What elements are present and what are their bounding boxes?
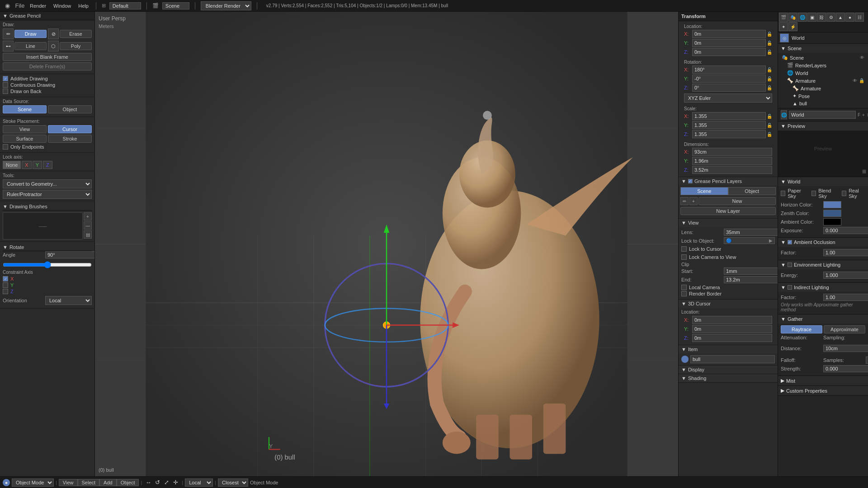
brush-edit-button[interactable]: ▤ bbox=[84, 230, 92, 239]
data-scene-button[interactable]: Scene bbox=[3, 105, 47, 113]
translate-tool-icon[interactable]: ↔ bbox=[144, 478, 153, 487]
armature-lock-icon[interactable]: 🔒 bbox=[859, 78, 864, 83]
preview-header[interactable]: ▼ Preview bbox=[778, 122, 868, 131]
object-tab[interactable]: ▣ bbox=[807, 13, 816, 22]
poly-button[interactable]: Poly bbox=[60, 42, 92, 50]
axis-z-button[interactable]: Z bbox=[43, 161, 52, 169]
draw-on-back-checkbox[interactable] bbox=[3, 89, 8, 94]
ao-checkbox[interactable]: ✓ bbox=[788, 240, 792, 244]
scale-z-input[interactable] bbox=[692, 130, 766, 138]
rotate-header[interactable]: ▼ Rotate bbox=[3, 244, 92, 251]
rot-z-lock-icon[interactable]: 🔓 bbox=[767, 85, 772, 90]
world-f-icon[interactable]: F bbox=[858, 113, 860, 117]
physics-tab[interactable]: ⚡ bbox=[788, 22, 797, 31]
placement-surface-button[interactable]: Surface bbox=[3, 135, 47, 143]
armature-vis-icon[interactable]: 👁 bbox=[853, 78, 857, 83]
ao-header[interactable]: ▼ ✓ Ambient Occlusion bbox=[778, 238, 868, 247]
render-menu[interactable]: Render bbox=[28, 3, 48, 9]
cz-checkbox[interactable] bbox=[3, 289, 8, 294]
file-menu-label[interactable]: File bbox=[15, 2, 25, 9]
material-tab[interactable]: ● bbox=[845, 13, 854, 22]
particle-tab[interactable]: ✦ bbox=[779, 22, 788, 31]
rotation-mode-dropdown[interactable]: XYZ Euler bbox=[684, 94, 772, 103]
grease-pencil-header[interactable]: ▼ Grease Pencil bbox=[0, 12, 94, 20]
angle-slider[interactable] bbox=[3, 261, 92, 268]
cursor-x-input[interactable] bbox=[692, 316, 772, 324]
gp-new-layer-button[interactable]: New Layer bbox=[680, 207, 776, 215]
gp-object-tab[interactable]: Object bbox=[728, 187, 776, 195]
env-energy-input[interactable] bbox=[823, 272, 868, 279]
render-border-checkbox[interactable] bbox=[681, 291, 687, 296]
lock-to-cursor-checkbox[interactable] bbox=[681, 246, 687, 252]
tree-item-world[interactable]: 🌐 World bbox=[785, 69, 866, 77]
loc-y-lock-icon[interactable]: 🔓 bbox=[767, 41, 772, 46]
rot-z-input[interactable] bbox=[692, 84, 766, 92]
scale-z-lock-icon[interactable]: 🔓 bbox=[767, 132, 772, 137]
rot-x-input[interactable] bbox=[692, 66, 766, 74]
clip-start-input[interactable] bbox=[724, 267, 778, 275]
tree-item-armature2[interactable]: 🦴 Armature bbox=[791, 84, 866, 92]
tree-item-pose[interactable]: ✦ Pose bbox=[791, 92, 866, 100]
scale-x-lock-icon[interactable]: 🔓 bbox=[767, 114, 772, 119]
gather-header[interactable]: ▼ Gather bbox=[778, 314, 868, 324]
cy-checkbox[interactable] bbox=[3, 282, 8, 288]
scene-vis-icon[interactable]: 👁 bbox=[860, 55, 864, 60]
loc-x-input[interactable] bbox=[692, 30, 766, 38]
scale-y-lock-icon[interactable]: 🔓 bbox=[767, 123, 772, 128]
gp-layers-header[interactable]: ▼ ✓ Grease Pencil Layers bbox=[679, 177, 778, 185]
object-button[interactable]: Object bbox=[117, 479, 139, 486]
world-settings-header[interactable]: ▼ World bbox=[778, 177, 868, 186]
draw-button[interactable]: Draw bbox=[14, 30, 47, 38]
lock-to-object-field[interactable]: 🔵 ▶ bbox=[724, 237, 775, 244]
custom-props-header[interactable]: ▶ Custom Properties bbox=[778, 386, 868, 395]
samples-input[interactable] bbox=[866, 357, 868, 364]
env-checkbox[interactable] bbox=[788, 263, 792, 267]
mist-header[interactable]: ▶ Mist bbox=[778, 376, 868, 385]
paper-sky-checkbox[interactable] bbox=[781, 191, 785, 196]
real-sky-checkbox[interactable] bbox=[842, 191, 846, 196]
only-endpoints-checkbox[interactable] bbox=[3, 144, 8, 150]
snap-dropdown[interactable]: Closest Center Median bbox=[218, 479, 248, 487]
item-name-input[interactable] bbox=[690, 355, 775, 363]
tree-item-bull[interactable]: ▲ bull bbox=[791, 100, 866, 107]
convert-to-geometry-dropdown[interactable]: Convert to Geometry... bbox=[3, 179, 92, 188]
lock-camera-checkbox[interactable] bbox=[681, 254, 687, 260]
cx-checkbox[interactable]: ✓ bbox=[3, 276, 8, 282]
world-plus-icon[interactable]: + bbox=[862, 113, 865, 117]
constraints-tab[interactable]: ⛓ bbox=[817, 13, 826, 22]
loc-z-lock-icon[interactable]: 🔓 bbox=[767, 50, 772, 55]
orientation-dropdown[interactable]: Local Global bbox=[45, 296, 92, 305]
cursor-z-input[interactable] bbox=[692, 334, 772, 342]
loc-y-input[interactable] bbox=[692, 39, 766, 47]
render-tab[interactable]: 🎬 bbox=[779, 13, 788, 22]
ambient-color-swatch[interactable] bbox=[823, 218, 841, 225]
rot-y-lock-icon[interactable]: 🔓 bbox=[767, 76, 772, 81]
axis-y-button[interactable]: Y bbox=[33, 161, 42, 169]
exposure-input[interactable] bbox=[823, 227, 868, 234]
modifiers-tab[interactable]: ⚙ bbox=[826, 13, 835, 22]
zenith-color-swatch[interactable] bbox=[823, 210, 841, 217]
clip-end-input[interactable] bbox=[724, 276, 778, 283]
delete-frames-button[interactable]: Delete Frame(s) bbox=[3, 62, 92, 70]
indirect-checkbox[interactable] bbox=[788, 285, 792, 290]
ruler-protractor-dropdown[interactable]: Ruler/Protractor bbox=[3, 190, 92, 199]
transform-tool-icon[interactable]: ✛ bbox=[171, 478, 180, 487]
gp-new-button[interactable]: New bbox=[698, 197, 776, 205]
scale-tool-icon[interactable]: ⤢ bbox=[162, 478, 171, 487]
select-button[interactable]: Select bbox=[78, 479, 100, 486]
layout-input[interactable] bbox=[109, 2, 141, 9]
cursor-section-header[interactable]: ▼ 3D Cursor bbox=[679, 300, 778, 308]
distance-input[interactable] bbox=[823, 345, 868, 352]
display-section-header[interactable]: ▼ Display bbox=[679, 366, 778, 374]
cursor-y-input[interactable] bbox=[692, 325, 772, 333]
erase-button[interactable]: Erase bbox=[60, 30, 92, 38]
preview-lines-icon[interactable]: ≡ bbox=[862, 168, 866, 176]
tree-item-scene[interactable]: 🎭 Scene 👁 bbox=[780, 54, 866, 61]
scale-y-input[interactable] bbox=[692, 121, 766, 129]
scene-input[interactable] bbox=[162, 2, 189, 9]
placement-cursor-button[interactable]: Cursor bbox=[48, 125, 92, 133]
data-tab[interactable]: ▲ bbox=[836, 13, 845, 22]
indirect-factor-input[interactable] bbox=[823, 294, 868, 301]
tree-item-armature[interactable]: 🦴 Armature 👁 🔒 bbox=[785, 77, 866, 84]
view-button[interactable]: View bbox=[59, 479, 78, 486]
